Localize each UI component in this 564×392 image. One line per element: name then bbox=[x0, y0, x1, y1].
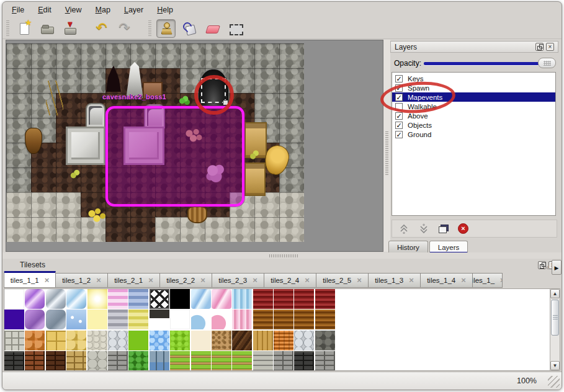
stamp-tool-button[interactable] bbox=[156, 19, 176, 38]
palette-tile-stone-yellow[interactable] bbox=[66, 331, 86, 350]
close-tab-icon[interactable]: × bbox=[96, 277, 101, 283]
palette-tile-water-blue[interactable] bbox=[150, 331, 169, 350]
map-tile[interactable] bbox=[180, 43, 205, 68]
palette-tile-brick-brown[interactable] bbox=[253, 310, 273, 329]
redo-button[interactable] bbox=[115, 19, 134, 38]
palette-tile-stripe-gray[interactable] bbox=[108, 310, 128, 329]
palette-tile-sand[interactable] bbox=[191, 331, 211, 350]
palette-tile-white[interactable] bbox=[4, 289, 24, 309]
layer-row-walkable[interactable]: Walkable bbox=[392, 102, 555, 111]
palette-tile-black[interactable] bbox=[170, 289, 190, 309]
map-tile[interactable] bbox=[230, 68, 254, 93]
palette-tile-brick-gray[interactable] bbox=[108, 351, 128, 371]
save-file-button[interactable] bbox=[60, 19, 79, 38]
tileset-tab-tiles_2_3[interactable]: tiles_2_3× bbox=[212, 273, 264, 288]
map-tile[interactable] bbox=[31, 192, 56, 217]
close-tab-icon[interactable]: × bbox=[357, 277, 362, 283]
undo-button[interactable] bbox=[92, 19, 111, 38]
map-tile[interactable] bbox=[56, 43, 81, 68]
palette-tile-brick-gray[interactable] bbox=[315, 351, 335, 371]
palette-scrollbar[interactable]: ▲ ▼ bbox=[550, 289, 560, 370]
opacity-slider-track[interactable] bbox=[424, 62, 553, 65]
palette-tile-glass-gray[interactable] bbox=[46, 289, 66, 309]
scroll-tabs-left-icon[interactable]: ◀ bbox=[542, 260, 552, 275]
open-file-button[interactable] bbox=[37, 19, 56, 38]
palette-tile-stripe-yellow[interactable] bbox=[128, 310, 148, 329]
palette-tile-cobble-gray[interactable] bbox=[108, 331, 128, 350]
palette-tile-brick-brown[interactable] bbox=[274, 310, 293, 329]
layer-row-objects[interactable]: ✓Objects bbox=[392, 120, 555, 130]
tileset-tab-tiles_2_2[interactable]: tiles_2_2× bbox=[160, 273, 212, 288]
palette-tile-glow-yellow[interactable] bbox=[87, 289, 107, 309]
close-tab-icon[interactable]: × bbox=[253, 277, 257, 283]
palette-tile-wall-cobble[interactable] bbox=[87, 351, 107, 371]
map-tile[interactable] bbox=[254, 43, 279, 68]
palette-tile-grass-flat[interactable] bbox=[128, 331, 148, 350]
menu-map[interactable]: Map bbox=[89, 3, 117, 17]
layer-checkbox[interactable]: ✓ bbox=[395, 75, 403, 82]
move-layer-down-button[interactable] bbox=[416, 221, 431, 236]
palette-tile-brick-red[interactable] bbox=[274, 289, 293, 309]
scroll-down-icon[interactable]: ▼ bbox=[550, 361, 560, 370]
palette-tile-brick-red[interactable] bbox=[315, 289, 335, 309]
palette-tile-stripe-pink[interactable] bbox=[108, 289, 128, 309]
map-tile[interactable] bbox=[6, 43, 31, 68]
fill-tool-button[interactable] bbox=[179, 19, 199, 38]
palette-tile-patch-blue[interactable] bbox=[191, 310, 211, 329]
palette-tile-grass-row[interactable] bbox=[170, 351, 190, 371]
map-tile[interactable] bbox=[279, 43, 304, 68]
scrollbar-thumb[interactable] bbox=[551, 300, 559, 336]
menu-help[interactable]: Help bbox=[150, 3, 180, 17]
palette-tile-paving-gray[interactable] bbox=[4, 331, 24, 350]
palette-tile-white[interactable] bbox=[170, 310, 190, 329]
close-panel-icon[interactable]: × bbox=[546, 43, 554, 51]
layer-checkbox[interactable]: ✓ bbox=[395, 94, 403, 101]
palette-tile-wall-dark[interactable] bbox=[4, 351, 24, 371]
map-tile[interactable] bbox=[230, 43, 254, 68]
palette-tile-brick-brown[interactable] bbox=[294, 310, 314, 329]
palette-tile-brick-bluewater[interactable] bbox=[150, 351, 169, 371]
palette-tile-grass-row[interactable] bbox=[232, 351, 252, 371]
palette-tile-grass-row[interactable] bbox=[191, 351, 211, 371]
palette-tile-stripe-blue[interactable] bbox=[128, 289, 148, 309]
palette-tile-glass-pink2[interactable] bbox=[212, 289, 231, 309]
palette-tile-glass-blue[interactable] bbox=[66, 289, 86, 309]
layer-row-keys[interactable]: ✓Keys bbox=[392, 74, 555, 83]
palette-tile-pebble-gray[interactable] bbox=[87, 331, 107, 350]
map-tile[interactable] bbox=[130, 217, 155, 242]
palette-tile-patch-pink[interactable] bbox=[212, 310, 231, 329]
map-tile[interactable] bbox=[279, 217, 304, 242]
palette-tile-grass-row[interactable] bbox=[212, 351, 231, 371]
scroll-up-icon[interactable]: ▲ bbox=[550, 289, 560, 298]
palette-tile-cobble-gray[interactable] bbox=[294, 331, 314, 350]
map-canvas[interactable]: cavesnake2_boss1 bbox=[6, 43, 304, 242]
tileset-tab-tiles_1_4[interactable]: tiles_1_4× bbox=[421, 273, 473, 288]
menu-view[interactable]: View bbox=[58, 3, 89, 17]
palette-tile-glass-purple2[interactable] bbox=[25, 310, 45, 329]
toolbar-handle[interactable] bbox=[5, 20, 10, 37]
menu-layer[interactable]: Layer bbox=[117, 3, 150, 17]
palette-tile-stone-orange[interactable] bbox=[25, 331, 45, 350]
map-tile[interactable] bbox=[6, 68, 31, 93]
map-tile[interactable] bbox=[205, 217, 230, 242]
select-tool-button[interactable] bbox=[225, 19, 244, 38]
map-tile[interactable] bbox=[254, 93, 279, 118]
map-tile[interactable] bbox=[56, 192, 81, 217]
palette-tile-glass-blue2[interactable] bbox=[191, 289, 211, 309]
map-tile[interactable] bbox=[31, 167, 56, 192]
map-tile[interactable] bbox=[81, 68, 105, 93]
close-tab-icon[interactable]: × bbox=[461, 277, 466, 283]
map-viewport[interactable]: cavesnake2_boss1 bbox=[6, 40, 383, 252]
layer-checkbox[interactable]: ✓ bbox=[395, 112, 403, 120]
layer-checkbox[interactable]: ✓ bbox=[395, 131, 403, 138]
tab-layers[interactable]: Layers bbox=[429, 241, 468, 254]
close-tab-icon[interactable]: × bbox=[200, 277, 205, 283]
move-layer-up-button[interactable] bbox=[396, 221, 411, 236]
palette-tile-tile-yellow[interactable] bbox=[46, 331, 66, 350]
resize-grip-icon[interactable] bbox=[548, 376, 560, 388]
palette-tile-pale-yellow[interactable] bbox=[87, 310, 107, 329]
palette-tile-lattice[interactable] bbox=[150, 289, 169, 309]
palette-tile-plank-stone[interactable] bbox=[253, 351, 273, 371]
tileset-tab-tiles_1_3[interactable]: tiles_1_3× bbox=[369, 273, 421, 288]
close-tab-icon[interactable]: × bbox=[500, 277, 503, 283]
